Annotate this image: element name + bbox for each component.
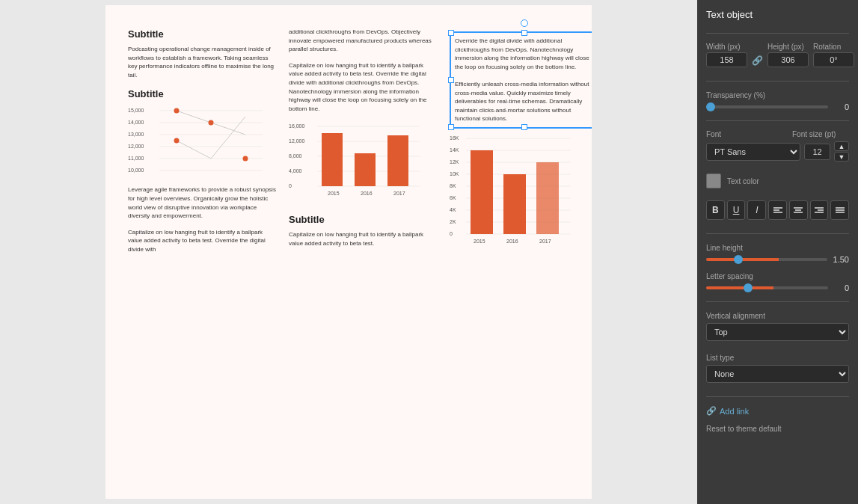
font-size-down-button[interactable]: ▼ bbox=[834, 152, 849, 162]
selected-text-box[interactable]: Override the digital divide with additio… bbox=[450, 31, 592, 129]
width-input[interactable] bbox=[706, 52, 747, 67]
font-select[interactable]: PT Sans Arial Helvetica bbox=[706, 143, 800, 161]
data-point bbox=[243, 156, 248, 161]
vertical-alignment-select[interactable]: Top Middle Bottom bbox=[706, 323, 849, 341]
align-center-icon bbox=[794, 206, 803, 214]
font-size-label: Font size (pt) bbox=[792, 130, 836, 138]
svg-text:14K: 14K bbox=[450, 147, 459, 153]
rotate-handle[interactable] bbox=[521, 19, 528, 27]
divider-4 bbox=[706, 233, 849, 234]
resize-handle-tl[interactable] bbox=[448, 30, 454, 36]
panel-title: Text object bbox=[706, 9, 849, 20]
list-type-select[interactable]: None Bullet Numbered bbox=[706, 365, 849, 383]
list-type-dropdown-row: None Bullet Numbered bbox=[706, 365, 849, 383]
svg-text:10K: 10K bbox=[450, 171, 459, 176]
bar-chart-1: 16,000 12,000 8,000 4,000 0 bbox=[289, 120, 438, 206]
svg-text:12,000: 12,000 bbox=[128, 144, 144, 149]
letter-spacing-value: 0 bbox=[834, 283, 849, 292]
page-canvas: Subtitle Podcasting operational change m… bbox=[105, 5, 592, 499]
svg-text:6K: 6K bbox=[450, 195, 456, 200]
reset-link[interactable]: Reset to theme default bbox=[706, 425, 849, 433]
font-section: Font Font size (pt) PT Sans Arial Helvet… bbox=[706, 130, 849, 166]
svg-text:2016: 2016 bbox=[506, 239, 518, 244]
bar bbox=[471, 150, 493, 234]
bar-chart-2: 16K 14K 12K 10K 8K 6K 4K 2K 0 bbox=[450, 132, 592, 248]
svg-text:11,000: 11,000 bbox=[128, 156, 144, 161]
body-text-1: Podcasting operational change management… bbox=[128, 45, 278, 79]
text-color-swatch[interactable] bbox=[706, 173, 721, 188]
bar bbox=[355, 153, 376, 186]
font-size-up-button[interactable]: ▲ bbox=[834, 141, 849, 151]
add-link-label: Add link bbox=[720, 407, 749, 416]
link-icon: 🔗 bbox=[752, 55, 763, 66]
subtitle-2: Subtitle bbox=[128, 87, 278, 101]
align-right-button[interactable] bbox=[810, 200, 829, 220]
right-panel: Text object Width (px) 🔗 Height (px) Rot… bbox=[697, 0, 858, 504]
column-3: Override the digital divide with additio… bbox=[450, 28, 592, 262]
svg-text:16,000: 16,000 bbox=[289, 123, 305, 129]
vertical-alignment-dropdown-row: Top Middle Bottom bbox=[706, 323, 849, 341]
width-group: Width (px) bbox=[706, 43, 747, 67]
subtitle-1: Subtitle bbox=[128, 28, 278, 41]
svg-text:0: 0 bbox=[450, 231, 453, 236]
resize-handle-bl[interactable] bbox=[448, 124, 454, 130]
svg-text:2017: 2017 bbox=[393, 191, 405, 196]
vertical-alignment-section: Vertical alignment Top Middle Bottom bbox=[706, 311, 849, 345]
divider-1 bbox=[706, 33, 849, 34]
bar-chart-1-svg: 16,000 12,000 8,000 4,000 0 bbox=[289, 120, 423, 203]
col2-subtitle: Subtitle bbox=[289, 213, 438, 227]
align-justify-icon bbox=[836, 206, 845, 214]
svg-text:12K: 12K bbox=[450, 159, 459, 165]
svg-text:4,000: 4,000 bbox=[289, 168, 302, 173]
align-left-button[interactable] bbox=[768, 200, 787, 220]
svg-text:2015: 2015 bbox=[171, 175, 183, 176]
dimensions-row: Width (px) 🔗 Height (px) Rotation bbox=[706, 43, 849, 67]
align-center-button[interactable] bbox=[789, 200, 808, 220]
format-row: B U I bbox=[706, 200, 849, 220]
letter-spacing-slider-container: 0 bbox=[706, 283, 849, 292]
svg-text:2K: 2K bbox=[450, 219, 456, 224]
height-input[interactable] bbox=[767, 52, 809, 67]
resize-handle-bm[interactable] bbox=[521, 124, 527, 130]
bold-button[interactable]: B bbox=[706, 200, 725, 220]
resize-handle-tm[interactable] bbox=[521, 30, 527, 36]
bar-chart-2-svg: 16K 14K 12K 10K 8K 6K 4K 2K 0 bbox=[450, 132, 573, 245]
svg-text:13,000: 13,000 bbox=[128, 132, 144, 137]
col2-text-3: Capitalize on low hanging fruit to ident… bbox=[289, 230, 438, 248]
transparency-label: Transparency (%) bbox=[706, 91, 765, 99]
transparency-slider-container: 0 bbox=[706, 102, 849, 111]
rotation-group: Rotation bbox=[813, 43, 854, 67]
svg-text:2015: 2015 bbox=[328, 191, 340, 196]
line-chart: 15,000 14,000 13,000 12,000 11,000 10,00… bbox=[128, 105, 278, 179]
bar bbox=[322, 133, 343, 186]
transparency-section: Transparency (%) 0 bbox=[706, 90, 849, 111]
svg-text:14,000: 14,000 bbox=[128, 120, 144, 125]
add-link[interactable]: 🔗 Add link bbox=[706, 406, 849, 416]
svg-text:4K: 4K bbox=[450, 207, 456, 212]
svg-text:2017: 2017 bbox=[240, 175, 252, 176]
body-text-2: Leverage agile frameworks to provide a r… bbox=[128, 185, 278, 220]
height-group: Height (px) bbox=[767, 43, 809, 67]
text-color-row: Text color bbox=[706, 173, 849, 188]
align-right-icon bbox=[815, 206, 824, 214]
list-type-section: List type None Bullet Numbered bbox=[706, 353, 849, 387]
letter-spacing-slider[interactable] bbox=[706, 286, 828, 289]
svg-text:2017: 2017 bbox=[539, 239, 551, 244]
svg-text:2016: 2016 bbox=[206, 175, 218, 176]
line-height-slider[interactable] bbox=[706, 258, 827, 261]
column-1: Subtitle Podcasting operational change m… bbox=[128, 28, 278, 262]
transparency-slider[interactable] bbox=[706, 105, 828, 108]
col2-text-2: Capitalize on low hanging fruit to ident… bbox=[289, 61, 438, 114]
italic-button[interactable]: I bbox=[747, 200, 766, 220]
resize-handle-ml[interactable] bbox=[448, 77, 454, 83]
data-point bbox=[209, 120, 214, 125]
width-label: Width (px) bbox=[706, 43, 747, 51]
rotation-input[interactable] bbox=[813, 52, 854, 67]
underline-button[interactable]: U bbox=[727, 200, 746, 220]
font-row: PT Sans Arial Helvetica ▲ ▼ bbox=[706, 141, 849, 162]
vertical-alignment-label: Vertical alignment bbox=[706, 312, 765, 320]
line-height-label: Line height bbox=[706, 244, 743, 252]
divider-5 bbox=[706, 301, 849, 302]
align-justify-button[interactable] bbox=[830, 200, 849, 220]
font-size-input[interactable] bbox=[804, 144, 830, 160]
